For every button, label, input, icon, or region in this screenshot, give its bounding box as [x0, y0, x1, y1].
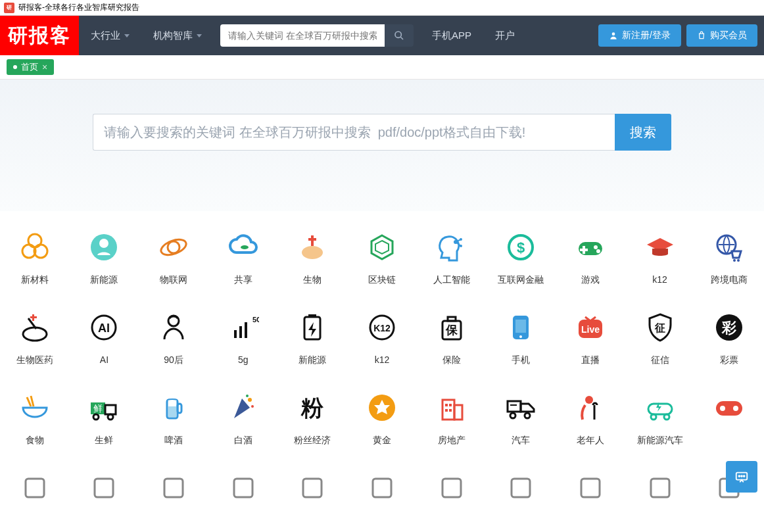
category-r4c10[interactable]	[625, 458, 695, 527]
nav-search-button[interactable]	[385, 24, 414, 47]
orbit-icon	[156, 230, 191, 265]
category-internet-fin[interactable]: $互联网金融	[486, 218, 556, 298]
svg-rect-98	[512, 479, 530, 497]
truck-icon	[503, 390, 538, 425]
category-fresh[interactable]: 鲜生鲜	[70, 378, 139, 458]
svg-point-87	[664, 414, 669, 420]
nav-industry[interactable]: 大行业	[79, 16, 141, 55]
hero-search-input[interactable]	[93, 114, 615, 151]
category-label: 征信	[651, 354, 669, 366]
p3-icon	[156, 470, 191, 506]
category-r4c4[interactable]	[208, 458, 278, 527]
svg-point-83	[585, 396, 593, 404]
category-elderly[interactable]: 老年人	[556, 378, 625, 458]
category-r4c6[interactable]	[347, 458, 417, 527]
nav-search-input[interactable]	[220, 24, 385, 47]
category-fans-economy[interactable]: 粉粉丝经济	[278, 378, 348, 458]
category-ai[interactable]: AIAI	[70, 298, 139, 378]
category-new-energy[interactable]: 新能源	[70, 218, 139, 298]
category-new-materials[interactable]: 新材料	[0, 218, 70, 298]
category-beer[interactable]: 啤酒	[139, 378, 208, 458]
globe-cart-icon	[711, 230, 747, 265]
category-ai-intel[interactable]: 人工智能	[417, 218, 487, 298]
chat-float-button[interactable]	[726, 461, 757, 493]
category-games[interactable]: 游戏	[556, 218, 625, 298]
insurance-icon: 保	[434, 310, 469, 345]
nav-industry-label: 大行业	[91, 30, 120, 42]
category-r4c2[interactable]	[70, 458, 139, 527]
p10-icon	[642, 470, 678, 506]
p6-icon	[364, 470, 400, 506]
category-label: 人工智能	[433, 274, 470, 286]
category-games-red[interactable]	[694, 378, 764, 458]
ev-car-icon	[642, 390, 678, 425]
category-label: 汽车	[512, 435, 530, 447]
hero: 搜索	[0, 80, 764, 211]
category-label: 生物医药	[16, 354, 53, 366]
nav-open-account[interactable]: 开户	[483, 16, 527, 55]
browser-title: 研报客-全球各行各业智库研究报告	[18, 2, 139, 13]
category-mobile[interactable]: 手机	[486, 298, 556, 378]
nav-app[interactable]: 手机APP	[420, 16, 483, 55]
nav-thinktank[interactable]: 机构智库	[141, 16, 214, 55]
category-iot[interactable]: 物联网	[139, 218, 208, 298]
category-label: 啤酒	[164, 435, 183, 447]
svg-point-10	[241, 245, 249, 249]
category-r4c3[interactable]	[139, 458, 208, 527]
category-k12a[interactable]: k12	[625, 218, 695, 298]
category-label: 5g	[238, 354, 249, 365]
category-label: 物联网	[160, 274, 187, 286]
svg-rect-38	[234, 330, 237, 338]
svg-text:K12: K12	[373, 323, 391, 333]
search-icon	[394, 30, 404, 41]
category-r4c5[interactable]	[278, 458, 348, 527]
category-food[interactable]: 食物	[0, 378, 70, 458]
category-biology[interactable]: 生物	[278, 218, 348, 298]
tab-close-icon[interactable]: ×	[42, 62, 47, 72]
category-grid: 新材料新能源物联网共享生物区块链人工智能$互联网金融游戏k12跨境电商生物医药A…	[0, 211, 764, 532]
category-new-energy2[interactable]: 新能源	[278, 298, 348, 378]
svg-point-90	[733, 406, 738, 411]
dot-icon	[13, 65, 17, 69]
category-auto[interactable]: 汽车	[486, 378, 556, 458]
category-baijiu[interactable]: 白酒	[208, 378, 278, 458]
category-r4c7[interactable]	[417, 458, 487, 527]
fen-icon: 粉	[295, 390, 330, 425]
category-real-estate[interactable]: 房地产	[417, 378, 487, 458]
category-nev[interactable]: 新能源汽车	[625, 378, 695, 458]
site-logo[interactable]: 研报客	[0, 16, 79, 55]
category-live[interactable]: Live直播	[556, 298, 625, 378]
5g-icon: 5G	[226, 310, 261, 345]
category-biopharma[interactable]: 生物医药	[0, 298, 70, 378]
svg-rect-39	[239, 326, 242, 338]
ai-head-icon	[434, 230, 469, 265]
ai-circle-icon: AI	[86, 310, 122, 345]
gamepad-red-icon	[711, 390, 747, 425]
category-gold[interactable]: 黄金	[347, 378, 417, 458]
category-k12b[interactable]: K12k12	[347, 298, 417, 378]
svg-marker-14	[371, 235, 393, 259]
category-r4c8[interactable]	[486, 458, 556, 527]
category-r4c9[interactable]	[556, 458, 625, 527]
buy-member-button[interactable]: 购买会员	[686, 24, 757, 47]
category-lottery[interactable]: 彩彩票	[694, 298, 764, 378]
category-sharing[interactable]: 共享	[208, 218, 278, 298]
svg-point-62	[93, 414, 99, 420]
grad-cap-icon	[642, 230, 678, 265]
category-credit[interactable]: 征征信	[625, 298, 695, 378]
blockchain-icon	[364, 230, 400, 265]
svg-rect-73	[442, 400, 454, 420]
category-post90[interactable]: 90后	[139, 298, 208, 378]
category-cross-border[interactable]: 跨境电商	[694, 218, 764, 298]
hero-search-button[interactable]: 搜索	[615, 114, 671, 151]
navbar: 研报客 大行业 机构智库 手机APP 开户 新注册/登录 购买会员	[0, 16, 764, 55]
tab-home[interactable]: 首页 ×	[7, 59, 54, 75]
category-r4c1[interactable]	[0, 458, 70, 527]
category-blockchain[interactable]: 区块链	[347, 218, 417, 298]
register-button[interactable]: 新注册/登录	[598, 24, 681, 47]
svg-rect-50	[515, 320, 526, 333]
category-5g[interactable]: 5G5g	[208, 298, 278, 378]
p2-icon	[86, 470, 122, 506]
materials-icon	[17, 230, 53, 265]
category-insurance[interactable]: 保保险	[417, 298, 487, 378]
